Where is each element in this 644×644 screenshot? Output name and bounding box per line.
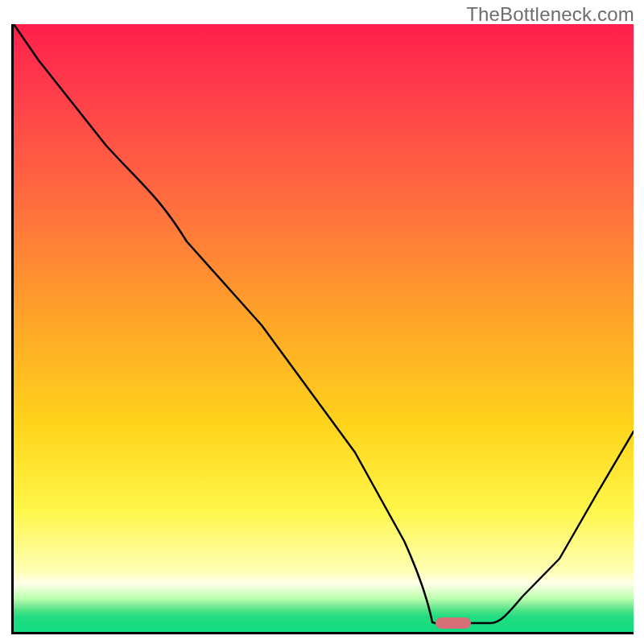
- curve-path: [14, 24, 634, 624]
- bottleneck-curve: [14, 24, 634, 632]
- chart-container: TheBottleneck.com: [0, 0, 644, 644]
- watermark-text: TheBottleneck.com: [466, 3, 634, 26]
- plot-area: [11, 24, 634, 634]
- optimal-marker: [436, 617, 471, 629]
